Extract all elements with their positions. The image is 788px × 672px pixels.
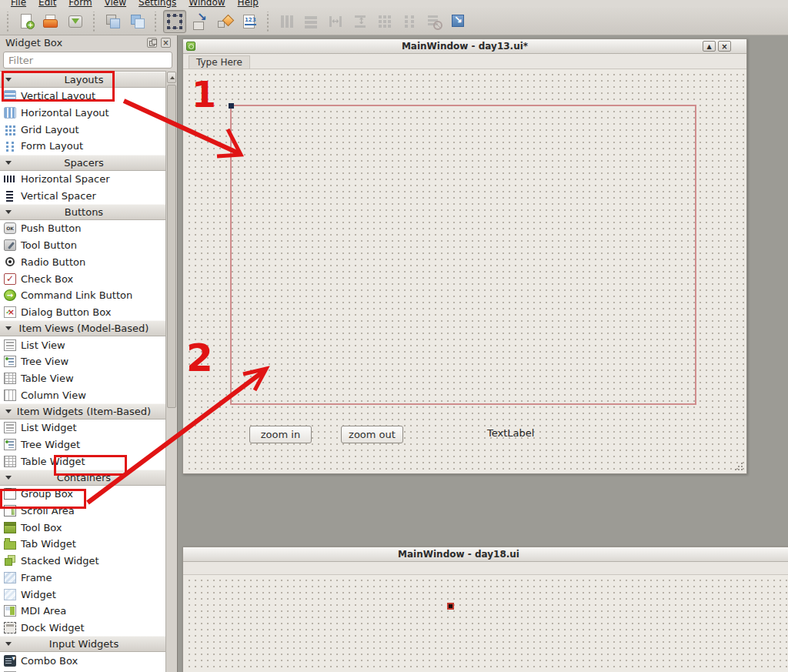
adjust-size-button[interactable]	[448, 11, 469, 32]
widget-item-widget[interactable]: Widget	[0, 586, 165, 603]
save-form-button[interactable]	[65, 11, 86, 32]
collapse-arrow-icon	[5, 642, 12, 646]
widget-item-mdi-area[interactable]: MDI Area	[0, 603, 165, 620]
widget-item-tool-box[interactable]: Tool Box	[0, 519, 165, 536]
edit-buddies-button[interactable]	[214, 11, 235, 32]
widget-item-table-view[interactable]: Table View	[0, 370, 165, 387]
scroll-area-selection-handle[interactable]	[229, 103, 234, 109]
day18-form-canvas[interactable]	[184, 575, 788, 672]
menu-edit[interactable]: Edit	[32, 0, 62, 8]
category-item-views-model-based[interactable]: Item Views (Model-Based)	[0, 320, 165, 336]
widget-item-stacked-widget[interactable]: Stacked Widget	[0, 553, 165, 570]
menu-settings[interactable]: Settings	[132, 0, 182, 8]
text-label-widget[interactable]: TextLabel	[487, 427, 534, 439]
widget-box-list: LayoutsVertical LayoutHorizontal LayoutG…	[0, 71, 165, 672]
widget-item-form-layout[interactable]: Form Layout	[0, 138, 165, 155]
category-item-widgets-item-based[interactable]: Item Widgets (Item-Based)	[0, 403, 165, 420]
category-layouts[interactable]: Layouts	[0, 72, 165, 88]
type-here-menu-placeholder[interactable]: Type Here	[189, 55, 250, 69]
save-form-icon	[67, 13, 84, 30]
widget-item-label: Push Button	[21, 222, 82, 234]
edit-buddies-icon	[216, 13, 233, 30]
widget-item-frame[interactable]: Frame	[0, 570, 165, 587]
windows-stack-button[interactable]	[102, 11, 123, 32]
category-input-widgets[interactable]: Input Widgets	[0, 636, 165, 652]
widget-item-tool-button[interactable]: Tool Button	[0, 237, 165, 254]
collapse-arrow-icon	[5, 161, 12, 165]
category-containers[interactable]: Containers	[0, 470, 165, 486]
widget-item-label: Horizontal Layout	[21, 107, 109, 119]
tool-button-icon	[4, 239, 16, 251]
mdi-area-icon	[4, 605, 16, 617]
widget-item-label: Dialog Button Box	[21, 306, 111, 318]
widget-item-label: Radio Button	[21, 256, 85, 268]
scroll-area-widget[interactable]	[230, 105, 696, 405]
float-dock-icon[interactable]	[147, 38, 157, 48]
widget-item-command-link-button[interactable]: Command Link Button	[0, 287, 165, 304]
widget-item-grid-layout[interactable]: Grid Layout	[0, 121, 165, 138]
layout-splitter-horizontal-button	[325, 11, 346, 32]
edit-tab-order-button[interactable]	[239, 11, 260, 32]
layout-grid-icon	[376, 13, 393, 30]
widget-item-push-button[interactable]: Push Button	[0, 220, 165, 237]
horizontal-layout-icon	[4, 107, 16, 119]
widget-item-vertical-layout[interactable]: Vertical Layout	[0, 88, 165, 105]
widget-item-tree-view[interactable]: Tree View	[0, 353, 165, 370]
scrollbar-up-icon[interactable]	[167, 72, 176, 83]
widget-box-title: Widget Box	[5, 37, 62, 48]
close-icon[interactable]: ×	[718, 41, 731, 52]
widget-item-column-view[interactable]: Column View	[0, 386, 165, 403]
widget-item-tree-widget[interactable]: Tree Widget	[0, 436, 165, 453]
category-spacers[interactable]: Spacers	[0, 155, 165, 171]
zoom-out-button[interactable]: zoom out	[341, 426, 403, 443]
widget-item-label: List Widget	[21, 422, 77, 433]
widget-item-check-box[interactable]: Check Box	[0, 270, 165, 287]
new-form-button[interactable]	[15, 11, 37, 32]
day13-titlebar[interactable]: MainWindow - day13.ui* ▲ ×	[183, 39, 746, 54]
widget-item-table-widget[interactable]: Table Widget	[0, 453, 165, 470]
menu-window[interactable]: Window	[182, 0, 231, 8]
widget-item-vertical-spacer[interactable]: Vertical Spacer	[0, 187, 165, 204]
open-form-button[interactable]	[40, 11, 62, 32]
scrollbar-thumb[interactable]	[167, 85, 176, 408]
close-dock-icon[interactable]: ×	[161, 38, 171, 48]
zoom-in-button[interactable]: zoom in	[249, 426, 312, 443]
widget-item-font-combo-box[interactable]: Font Combo Box	[0, 669, 165, 672]
menu-file[interactable]: File	[5, 0, 32, 8]
widget-item-combo-box[interactable]: Combo Box	[0, 652, 165, 669]
widget-box-scrollbar[interactable]	[165, 71, 177, 672]
widget-item-label: Stacked Widget	[21, 555, 99, 567]
menu-form[interactable]: Form	[62, 0, 98, 8]
tab-widget-icon	[4, 541, 16, 550]
widget-item-horizontal-spacer[interactable]: Horizontal Spacer	[0, 171, 165, 188]
day18-titlebar[interactable]: MainWindow - day18.ui	[183, 547, 788, 562]
selected-widget-handle[interactable]	[447, 603, 454, 610]
edit-signals-slots-button[interactable]	[189, 11, 211, 32]
widget-item-list-view[interactable]: List View	[0, 336, 165, 353]
menu-help[interactable]: Help	[232, 0, 265, 8]
widget-item-dialog-button-box[interactable]: Dialog Button Box	[0, 304, 165, 321]
menu-view[interactable]: View	[98, 0, 132, 8]
widget-item-label: Tool Box	[21, 522, 62, 533]
day13-form-canvas[interactable]: zoom in zoom out TextLabel	[184, 69, 746, 473]
widget-item-label: Column View	[21, 389, 86, 401]
widget-item-horizontal-layout[interactable]: Horizontal Layout	[0, 105, 165, 122]
widget-item-radio-button[interactable]: Radio Button	[0, 254, 165, 271]
widget-filter-input[interactable]	[3, 52, 172, 69]
edit-widgets-button[interactable]	[163, 10, 186, 33]
widget-item-list-widget[interactable]: List Widget	[0, 420, 165, 436]
windows-tile-button[interactable]	[126, 11, 148, 32]
widget-item-label: Group Box	[21, 488, 73, 500]
tree-widget-icon	[4, 439, 16, 450]
widget-item-tab-widget[interactable]: Tab Widget	[0, 536, 165, 553]
size-grip-icon[interactable]	[733, 461, 743, 471]
widget-box-panel: Widget Box × LayoutsVertical LayoutHoriz…	[0, 35, 177, 672]
widget-item-dock-widget[interactable]: Dock Widget	[0, 620, 165, 637]
widget-item-scroll-area[interactable]: Scroll Area	[0, 503, 165, 520]
category-buttons[interactable]: Buttons	[0, 204, 165, 220]
category-label: Input Widgets	[16, 638, 152, 650]
vertical-spacer-icon	[4, 190, 16, 202]
maximize-icon[interactable]: ▲	[703, 41, 716, 52]
layout-splitter-horizontal-icon	[327, 13, 344, 30]
widget-item-group-box[interactable]: Group Box	[0, 486, 165, 503]
